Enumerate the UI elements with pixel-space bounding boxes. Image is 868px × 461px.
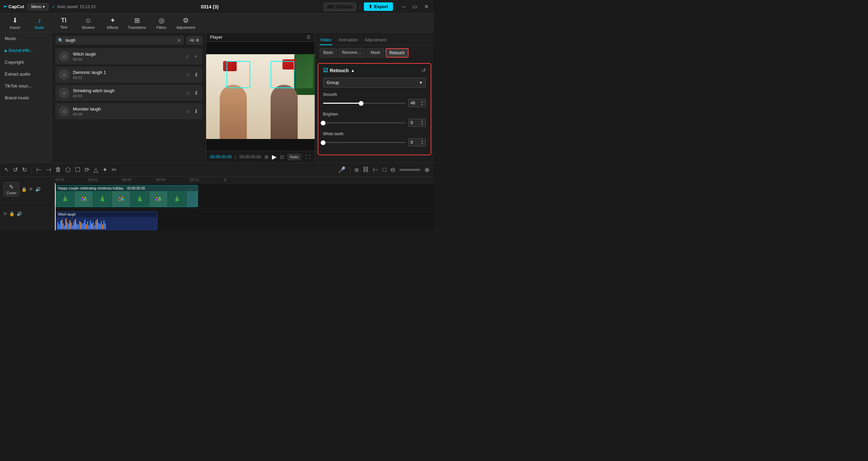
crop-button[interactable]: ☐ [74, 165, 81, 175]
sidebar-item-sound-effects[interactable]: Sound effe... [0, 44, 52, 56]
export-icon: ⬆ [369, 4, 372, 9]
list-item[interactable]: ♫ Monster laugh 00:09 ☆ ⬇ [55, 103, 202, 119]
minimize-button[interactable]: ─ [400, 3, 408, 11]
filter-button[interactable]: All ⚙ [186, 36, 202, 44]
tool-import[interactable]: ⬇ Import [3, 15, 26, 32]
menu-button[interactable]: Menu ▾ [27, 3, 48, 11]
subtab-remove[interactable]: Remove ... [338, 48, 366, 58]
cover-button[interactable]: ✎ Cover [3, 182, 19, 197]
smooth-slider-track[interactable] [323, 103, 406, 104]
cut-button[interactable]: ✂ [111, 165, 118, 175]
wave-bar [103, 220, 104, 229]
tool-effects[interactable]: ✦ Effects [101, 15, 124, 32]
favorite-button[interactable]: ☆ [184, 52, 190, 61]
trim-button[interactable]: ⊣ [45, 165, 52, 175]
video-thumbnail: 🎄 [56, 191, 75, 207]
favorite-button[interactable]: ☆ [185, 107, 191, 115]
subtab-mask[interactable]: Mask [367, 48, 384, 58]
list-item[interactable]: ♫ Witch laugh 00:04 ☆ ＋ [55, 48, 202, 64]
tool-stickers[interactable]: ☺ Stickers [77, 15, 100, 32]
undo-button[interactable]: ↺ [12, 165, 19, 175]
tool-adjustment[interactable]: ⚙ Adjustment [174, 15, 197, 32]
white-teeth-slider-thumb[interactable] [321, 140, 326, 145]
subtab-basic[interactable]: Basic [320, 48, 337, 58]
audio-volume-button[interactable]: 🔊 [17, 211, 22, 216]
retouch-checkbox[interactable]: ☑ [323, 67, 328, 74]
track-visibility-button[interactable]: 👁 [29, 187, 33, 192]
chain-button[interactable]: ⛓ [362, 165, 370, 174]
link-button[interactable]: ⊞ [354, 166, 360, 174]
ratio-button[interactable]: Ratio [288, 154, 301, 160]
split-button[interactable]: ⊢ [35, 165, 43, 175]
retouch-collapse-icon[interactable]: ▲ [351, 68, 355, 73]
search-input[interactable] [65, 38, 175, 43]
effects-button[interactable]: ✦ [101, 165, 108, 175]
music-note-icon: ♫ [59, 69, 70, 80]
zoom-out-button[interactable]: ⊖ [389, 165, 396, 175]
redo-button[interactable]: ↻ [21, 165, 28, 175]
grid-view-button[interactable]: ⊞ [264, 154, 269, 160]
track-lock-button[interactable]: 🔒 [21, 187, 27, 192]
list-item[interactable]: ♫ Shrieking witch laugh 00:03 ☆ ⬇ [55, 85, 202, 101]
export-button[interactable]: ⬆ Export [364, 2, 393, 11]
tool-text[interactable]: TI Text [52, 15, 75, 32]
retouch-reset-button[interactable]: ↺ [421, 67, 426, 74]
white-teeth-slider-track[interactable] [323, 142, 406, 143]
audio-clip[interactable]: Witch laugh [56, 212, 157, 230]
video-clip[interactable]: Happy couple celebrating christmas holid… [56, 185, 198, 207]
shortcuts-button[interactable]: ⌨ Shortcuts [324, 3, 356, 11]
audio-lock-button[interactable]: 🔒 [9, 211, 15, 216]
sidebar-item-copyright[interactable]: Copyright [0, 56, 52, 68]
microphone-button[interactable]: 🎤 [337, 165, 347, 175]
player-menu-icon[interactable]: ☰ [307, 35, 311, 40]
brighten-spinners[interactable]: ▲▼ [421, 120, 423, 126]
freeze-button[interactable]: ⬡ [64, 165, 72, 175]
screen-fit-button[interactable]: ⊡ [280, 154, 284, 160]
download-button[interactable]: ⬇ [193, 71, 199, 79]
white-teeth-spinners[interactable]: ▲▼ [421, 139, 423, 145]
tab-video[interactable]: Video [320, 35, 332, 45]
brighten-slider-thumb[interactable] [321, 121, 326, 125]
sidebar-item-music[interactable]: Music [0, 33, 52, 44]
sidebar-item-tiktok[interactable]: TikTok soun... [0, 80, 52, 92]
clear-search-icon[interactable]: ✕ [177, 38, 181, 43]
group-label: Group [327, 80, 339, 85]
wave-bar [76, 223, 77, 229]
select-tool-button[interactable]: ↖ [3, 165, 10, 174]
sidebar-item-brand-music[interactable]: Brand music [0, 92, 52, 104]
audio-waveform [56, 217, 157, 230]
favorite-button[interactable]: ☆ [185, 89, 191, 97]
tool-transitions[interactable]: ⊞ Transitions [125, 15, 149, 32]
download-button[interactable]: ⬇ [193, 107, 199, 115]
audio-loop-button[interactable]: ⟳ [3, 211, 7, 216]
sidebar-item-extract-audio[interactable]: Extract audio [0, 68, 52, 80]
tab-adjustment[interactable]: Adjustment [364, 35, 387, 45]
retouch-section: ☑ Retouch ▲ ↺ Group ▾ Smooth [318, 63, 431, 155]
smooth-slider-thumb[interactable] [359, 101, 363, 106]
playhead[interactable] [55, 183, 56, 230]
tool-audio[interactable]: ♪ Audio [28, 15, 51, 32]
favorite-button[interactable]: ☆ [185, 71, 191, 79]
list-item[interactable]: ♫ Demonic laugh 1 00:02 ☆ ⬇ [55, 66, 202, 83]
delete-button[interactable]: 🗑 [54, 165, 62, 174]
group-dropdown[interactable]: Group ▾ [323, 78, 426, 87]
add-sound-button[interactable]: ＋ [192, 52, 199, 61]
brighten-slider-track[interactable] [323, 122, 406, 123]
fullscreen-button[interactable]: ⛶ [306, 154, 311, 160]
close-button[interactable]: ✕ [422, 3, 431, 11]
rotate-button[interactable]: ⟳ [83, 165, 91, 175]
tool-filters[interactable]: ◎ Filters [150, 15, 173, 32]
play-button[interactable]: ▶ [272, 153, 277, 161]
maximize-button[interactable]: ▭ [410, 3, 419, 11]
mirror-button[interactable]: △ [93, 165, 99, 175]
download-button[interactable]: ⬇ [193, 89, 199, 97]
track-audio-button[interactable]: 🔊 [35, 187, 41, 192]
cover-icon: ✎ [9, 184, 14, 190]
smooth-spinners[interactable]: ▲▼ [421, 100, 423, 106]
tab-animation[interactable]: Animation [338, 35, 359, 45]
search-input-wrap: 🔍 ✕ [55, 36, 184, 45]
subtab-retouch[interactable]: Retouch [386, 48, 409, 58]
subtitle-button[interactable]: □ [381, 165, 387, 174]
zoom-in-button[interactable]: ⊕ [423, 165, 431, 175]
align-button[interactable]: ⊢ [372, 165, 379, 175]
